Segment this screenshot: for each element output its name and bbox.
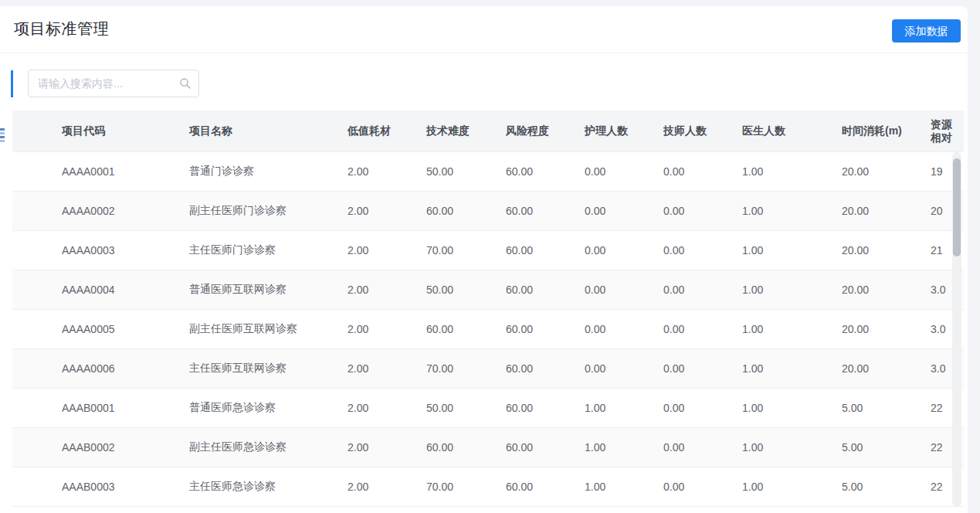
cell-time: 20.00 xyxy=(842,231,931,270)
col-header-resource-line1: 资源 xyxy=(931,118,952,131)
table-scrollbar-thumb[interactable] xyxy=(953,158,961,256)
search-box xyxy=(28,70,199,97)
cell-time: 20.00 xyxy=(842,270,931,309)
cell-nurses: 0.00 xyxy=(585,152,663,191)
table-row: AAAA0002 副主任医师门诊诊察 2.00 60.00 60.00 0.00… xyxy=(12,192,964,231)
cell-time: 20.00 xyxy=(842,152,931,191)
cell-project-code: AAAB0003 xyxy=(62,467,189,506)
search-icon[interactable] xyxy=(179,77,192,90)
clipped-column-fragment xyxy=(0,128,5,144)
cell-difficulty: 50.00 xyxy=(426,389,506,427)
cell-project-name: 普通门诊诊察 xyxy=(189,152,348,191)
cell-time: 5.00 xyxy=(842,467,931,506)
cell-project-name: 副主任医师门诊诊察 xyxy=(189,192,348,230)
search-input[interactable] xyxy=(28,70,199,97)
cell-nurses: 1.00 xyxy=(585,467,663,506)
cell-low-value: 2.00 xyxy=(348,231,426,270)
cell-doctors: 1.00 xyxy=(742,467,842,506)
cell-project-code: AAAA0002 xyxy=(62,192,189,230)
cell-risk: 60.00 xyxy=(506,192,585,230)
row-gutter xyxy=(12,389,62,427)
col-header-project-name: 项目名称 xyxy=(189,110,348,151)
cell-time: 5.00 xyxy=(842,389,931,427)
table-scrollbar-track[interactable] xyxy=(952,152,961,507)
table-header-row: 项目代码 项目名称 低值耗材 技术难度 风险程度 护理人数 技师人数 医生人数 … xyxy=(12,110,964,152)
cell-doctors: 1.00 xyxy=(742,231,842,270)
row-gutter xyxy=(12,192,62,230)
row-gutter xyxy=(12,270,62,309)
col-header-resource-line2: 相对 xyxy=(931,131,952,144)
col-header-time: 时间消耗(m) xyxy=(842,110,931,151)
cell-nurses: 0.00 xyxy=(585,231,663,270)
cell-low-value: 2.00 xyxy=(348,467,426,506)
cell-project-code: AAAA0003 xyxy=(62,231,189,270)
cell-low-value: 2.00 xyxy=(348,389,426,427)
cell-risk: 60.00 xyxy=(506,310,585,348)
cell-doctors: 1.00 xyxy=(742,349,842,388)
row-gutter xyxy=(12,467,62,506)
cell-low-value: 2.00 xyxy=(348,349,426,388)
cell-technicians: 0.00 xyxy=(663,428,742,467)
page-title: 项目标准管理 xyxy=(14,19,109,39)
cell-technicians: 0.00 xyxy=(663,270,742,309)
data-table: 项目代码 项目名称 低值耗材 技术难度 风险程度 护理人数 技师人数 医生人数 … xyxy=(12,110,964,513)
col-header-low-value: 低值耗材 xyxy=(348,110,426,151)
cell-risk: 60.00 xyxy=(506,152,585,191)
cell-doctors: 1.00 xyxy=(742,270,842,309)
cell-time: 5.00 xyxy=(842,428,931,467)
cell-project-name: 副主任医师互联网诊察 xyxy=(189,310,348,348)
table-row: AAAA0001 普通门诊诊察 2.00 50.00 60.00 0.00 0.… xyxy=(12,152,964,192)
table-row: AAAB0002 副主任医师急诊诊察 2.00 60.00 60.00 1.00… xyxy=(12,428,964,467)
content-card: 项目标准管理 添加数据 项目代码 项目名称 低值耗材 技术难度 风险程度 护理人… xyxy=(0,6,968,513)
cell-difficulty: 70.00 xyxy=(426,231,506,270)
col-header-resource: 资源 相对 xyxy=(931,110,964,151)
cell-project-code: AAAA0006 xyxy=(62,349,189,388)
cell-difficulty: 50.00 xyxy=(426,152,506,191)
cell-risk: 60.00 xyxy=(506,270,585,309)
cell-technicians: 0.00 xyxy=(663,231,742,270)
cell-project-name: 普通医师互联网诊察 xyxy=(189,270,348,309)
cell-nurses: 0.00 xyxy=(585,192,663,230)
cell-difficulty: 60.00 xyxy=(426,192,506,230)
cell-technicians: 0.00 xyxy=(663,152,742,191)
table-row: AAAA0005 副主任医师互联网诊察 2.00 60.00 60.00 0.0… xyxy=(12,310,964,349)
col-header-nurses: 护理人数 xyxy=(585,110,663,151)
add-data-button[interactable]: 添加数据 xyxy=(892,19,961,42)
search-accent-bar xyxy=(11,70,13,97)
cell-low-value: 2.00 xyxy=(348,310,426,348)
cell-risk: 60.00 xyxy=(506,231,585,270)
table-row: AAAB0001 普通医师急诊诊察 2.00 50.00 60.00 1.00 … xyxy=(12,389,964,428)
page-header: 项目标准管理 添加数据 xyxy=(0,6,968,53)
col-header-project-code: 项目代码 xyxy=(62,110,189,151)
cell-technicians: 0.00 xyxy=(663,467,742,506)
table-row: AAAA0006 主任医师互联网诊察 2.00 70.00 60.00 0.00… xyxy=(12,349,964,389)
cell-low-value: 2.00 xyxy=(348,428,426,467)
header-divider xyxy=(0,53,968,53)
cell-doctors: 1.00 xyxy=(742,428,842,467)
cell-risk: 60.00 xyxy=(506,467,585,506)
col-header-difficulty: 技术难度 xyxy=(426,110,506,151)
cell-risk: 60.00 xyxy=(506,349,585,388)
cell-project-code: AAAB0001 xyxy=(62,389,189,427)
table-body: AAAA0001 普通门诊诊察 2.00 50.00 60.00 0.00 0.… xyxy=(12,152,964,507)
col-header-technicians: 技师人数 xyxy=(663,110,742,151)
table-row: AAAB0003 主任医师急诊诊察 2.00 70.00 60.00 1.00 … xyxy=(12,467,964,507)
cell-project-code: AAAA0004 xyxy=(62,270,189,309)
row-gutter xyxy=(12,349,62,388)
cell-technicians: 0.00 xyxy=(663,389,742,427)
cell-risk: 60.00 xyxy=(506,389,585,427)
row-gutter xyxy=(12,152,62,191)
cell-project-code: AAAA0005 xyxy=(62,310,189,348)
row-gutter xyxy=(12,310,62,348)
cell-low-value: 2.00 xyxy=(348,270,426,309)
cell-project-name: 主任医师急诊诊察 xyxy=(189,467,348,506)
cell-doctors: 1.00 xyxy=(742,192,842,230)
cell-project-name: 主任医师门诊诊察 xyxy=(189,231,348,270)
cell-time: 20.00 xyxy=(842,310,931,348)
cell-time: 20.00 xyxy=(842,349,931,388)
cell-project-name: 普通医师急诊诊察 xyxy=(189,389,348,427)
cell-project-name: 副主任医师急诊诊察 xyxy=(189,428,348,467)
table-row: AAAA0004 普通医师互联网诊察 2.00 50.00 60.00 0.00… xyxy=(12,270,964,310)
row-gutter xyxy=(12,428,62,467)
cell-nurses: 0.00 xyxy=(585,270,663,309)
